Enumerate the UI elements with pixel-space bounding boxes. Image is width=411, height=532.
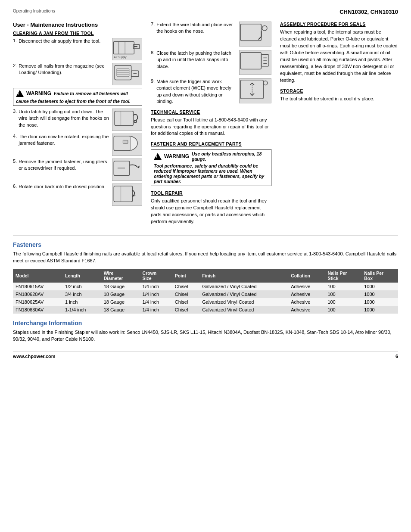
table-cell: 1-1/4 inch [62, 306, 101, 314]
step-2-num: 2. [13, 63, 17, 68]
step-3-text: Undo latch by pulling out and down. The … [19, 109, 110, 128]
step-7-image [239, 22, 271, 47]
table-cell: Chisel [172, 283, 199, 290]
table-cell: Chisel [172, 298, 199, 306]
step-4-num: 4. [13, 134, 17, 139]
warning-body-text-1: cause the fasteners to eject from the fr… [16, 99, 139, 104]
col-length: Length [62, 269, 101, 283]
steps-list-1: 1. Disconnect the air supply from the to… [13, 38, 142, 85]
page: Operating Instructions CHN10302, CHN1031… [0, 0, 411, 532]
main-content: User - Maintenance Instructions CLEARING… [13, 22, 398, 228]
step-3: 3. Undo latch by pulling out and down. T… [13, 109, 142, 131]
svg-rect-0 [113, 42, 134, 54]
svg-rect-23 [240, 24, 261, 41]
footer-url: www.chpower.com [13, 354, 56, 359]
warning-inline-text-1: Failure to remove all fasteners will [54, 91, 128, 96]
table-cell: FN180630AV [13, 306, 62, 314]
step-2: 2. Remove all nails from the magazine (s… [13, 63, 142, 85]
storage-title: STORAGE [280, 88, 398, 93]
step-1-num: 1. [13, 38, 17, 43]
fasteners-title: Fasteners [13, 241, 398, 248]
tool-repair-text: Only qualified personnel should repair t… [151, 198, 271, 225]
col-nails-per-stick: Nails PerStick [325, 269, 361, 283]
header-left: Operating Instructions [13, 9, 55, 13]
table-cell: 1 inch [62, 298, 101, 306]
table-cell: 1000 [361, 306, 398, 314]
step-4: 4. The door can now be rotated, exposing… [13, 134, 142, 156]
page-footer: www.chpower.com 6 [13, 352, 398, 359]
table-cell: 1/4 inch [140, 306, 172, 314]
section-divider [13, 236, 398, 236]
table-cell: 18 Gauge [101, 306, 140, 314]
svg-rect-20 [114, 186, 132, 202]
table-cell: FN180615AV [13, 283, 62, 290]
col-right: ASSEMBLY PROCEDURE FOR SEALS When repair… [280, 22, 398, 228]
svg-rect-13 [115, 111, 133, 126]
step-9-image [239, 78, 271, 103]
col-nails-per-box: Nails PerBox [361, 269, 398, 283]
svg-rect-26 [240, 53, 261, 69]
storage-text: The tool should be stored in a cool dry … [280, 96, 398, 103]
step-9-num: 9. [151, 78, 155, 84]
step-3-image [112, 109, 142, 131]
table-cell: 18 Gauge [101, 283, 140, 290]
step-7-num: 7. [151, 22, 155, 27]
interchange-section: Interchange Information Staples used in … [13, 320, 398, 343]
table-cell: Adhesive [288, 306, 325, 314]
col-left: User - Maintenance Instructions CLEARING… [13, 22, 142, 228]
table-row: FN180615AV1/2 inch18 Gauge1/4 inchChisel… [13, 283, 398, 290]
step-1-text: Disconnect the air supply from the tool. [19, 38, 110, 44]
table-cell: 100 [325, 306, 361, 314]
fasteners-section: Fasteners The following Campbell Hausfel… [13, 241, 398, 314]
svg-text:Air supply: Air supply [114, 56, 127, 59]
step-5-num: 5. [13, 159, 17, 164]
warning-body-text-2: Tool performance, safety and durability … [154, 163, 268, 184]
table-cell: 18 Gauge [101, 290, 140, 298]
svg-rect-6 [115, 65, 131, 80]
step-8-num: 8. [151, 50, 155, 55]
assembly-text: When repairing a tool, the internal part… [280, 29, 398, 84]
table-cell: 1/4 inch [140, 290, 172, 298]
step-9: 9. Make sure the trigger and work contac… [151, 78, 271, 105]
step-6-num: 6. [13, 184, 17, 189]
table-cell: Galvanized / Vinyl Coated [199, 290, 288, 298]
warning-triangle-1 [16, 90, 24, 97]
clearing-jam-title: CLEARING A JAM FROM THE TOOL [13, 31, 142, 36]
col-wire-diameter: WireDiameter [101, 269, 140, 283]
step-5-image [112, 159, 142, 181]
col-point: Point [172, 269, 199, 283]
table-row: FN180620AV3/4 inch18 Gauge1/4 inchChisel… [13, 290, 398, 298]
table-cell: Chisel [172, 290, 199, 298]
fasteners-desc: The following Campbell Hausfeld finishin… [13, 251, 398, 264]
warning-box-2: WARNING Use only headless micropins, 18 … [151, 149, 271, 186]
table-cell: Adhesive [288, 298, 325, 306]
table-cell: 18 Gauge [101, 298, 140, 306]
interchange-text: Staples used in the Finishing Stapler wi… [13, 329, 398, 343]
step-6-image [112, 184, 142, 206]
table-cell: Chisel [172, 306, 199, 314]
svg-rect-27 [262, 55, 269, 66]
svg-rect-17 [123, 140, 128, 143]
table-cell: 1000 [361, 290, 398, 298]
table-row: FN180625AV1 inch18 Gauge1/4 inchChiselGa… [13, 298, 398, 306]
step-4-image [112, 134, 142, 156]
technical-service-text: Please call our Tool Hotline at 1-800-54… [151, 117, 271, 137]
table-cell: 100 [325, 298, 361, 306]
table-cell: 1/4 inch [140, 298, 172, 306]
step-6: 6. Rotate door back into the closed posi… [13, 184, 142, 206]
footer-page: 6 [395, 354, 398, 359]
step-5-text: Remove the jammed fastener, using pliers… [19, 159, 110, 172]
table-cell: 1000 [361, 298, 398, 306]
table-cell: Galvanized Vinyl Coated [199, 306, 288, 314]
warning-triangle-2 [154, 153, 162, 160]
table-row: FN180630AV1-1/4 inch18 Gauge1/4 inchChis… [13, 306, 398, 314]
table-cell: 1/2 inch [62, 283, 101, 290]
table-cell: Adhesive [288, 283, 325, 290]
step-8-image [239, 50, 271, 75]
col-finish: Finish [199, 269, 288, 283]
user-maintenance-title: User - Maintenance Instructions [13, 22, 142, 28]
warning-label-2: WARNING [164, 153, 189, 159]
step-6-text: Rotate door back into the closed positio… [19, 184, 110, 190]
table-header-row: Model Length WireDiameter CrownSize Poin… [13, 269, 398, 283]
table-cell: Galvanized Vinyl Coated [199, 298, 288, 306]
